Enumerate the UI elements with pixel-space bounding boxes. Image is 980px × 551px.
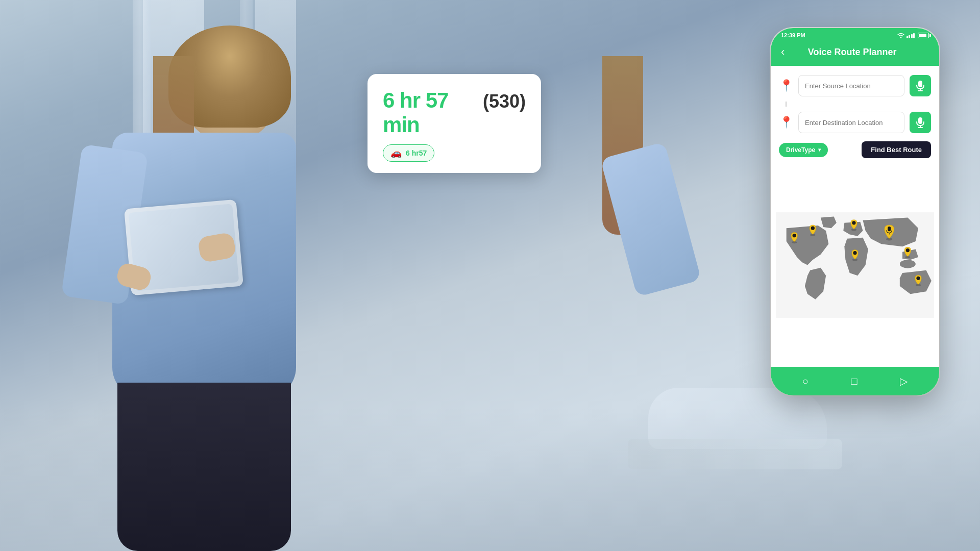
battery-icon — [918, 33, 929, 38]
svg-point-16 — [886, 238, 892, 240]
route-connector — [786, 102, 787, 107]
phone-mockup: 12:39 PM — [771, 28, 939, 395]
search-section: 📍 — [771, 66, 939, 139]
svg-point-11 — [810, 234, 815, 236]
svg-point-9 — [792, 241, 797, 243]
back-button[interactable]: ‹ — [781, 45, 785, 59]
svg-point-19 — [906, 248, 910, 252]
phone-bottom-nav: ○ □ ▷ — [771, 367, 939, 395]
find-route-button[interactable]: Find Best Route — [862, 141, 931, 158]
chevron-down-icon: ▾ — [818, 147, 821, 153]
status-icons — [897, 32, 929, 38]
signal-icon — [906, 32, 915, 38]
svg-rect-0 — [918, 81, 922, 87]
svg-point-10 — [811, 227, 815, 230]
duration-time: 6 hr 57 min — [383, 88, 478, 137]
nav-home-icon[interactable]: ○ — [802, 375, 808, 387]
world-map-svg — [776, 168, 934, 362]
svg-point-22 — [916, 284, 921, 286]
phone-header: ‹ Voice Route Planner — [781, 41, 929, 66]
svg-point-7 — [900, 260, 916, 268]
source-input[interactable] — [798, 75, 904, 96]
find-route-label: Find Best Route — [871, 146, 922, 154]
phone-body: 📍 — [771, 66, 939, 367]
duration-badge: 🚗 6 hr57 — [383, 144, 434, 162]
source-row: 📍 — [779, 75, 931, 96]
svg-point-21 — [916, 277, 920, 280]
red-pin-icon: 📍 — [779, 79, 793, 92]
destination-mic-icon — [916, 117, 925, 128]
car-icon: 🚗 — [390, 147, 402, 159]
gray-pin-icon: 📍 — [779, 116, 793, 129]
drive-type-label: DriveType — [786, 146, 815, 154]
status-bar: 12:39 PM — [781, 32, 929, 38]
destination-pin-icon: 📍 — [779, 115, 793, 130]
wifi-icon — [897, 32, 904, 38]
drive-type-button[interactable]: DriveType ▾ — [779, 143, 828, 157]
nav-back-icon[interactable]: ▷ — [900, 375, 908, 387]
svg-rect-3 — [918, 117, 922, 124]
destination-input[interactable] — [798, 112, 904, 133]
source-pin-icon: 📍 — [779, 79, 793, 93]
badge-time: 6 hr57 — [406, 149, 427, 157]
duration-miles: (530) — [483, 91, 526, 112]
svg-point-17 — [853, 251, 856, 255]
world-map-container — [776, 168, 934, 362]
source-mic-button[interactable] — [910, 75, 931, 96]
svg-rect-14 — [888, 227, 891, 231]
destination-mic-button[interactable] — [910, 112, 931, 133]
nav-square-icon[interactable]: □ — [851, 375, 857, 387]
controls-row: DriveType ▾ Find Best Route — [771, 139, 939, 163]
status-time: 12:39 PM — [781, 32, 805, 38]
mic-icon — [916, 80, 925, 91]
svg-point-8 — [793, 234, 796, 237]
phone-top-bar: 12:39 PM — [771, 28, 939, 66]
svg-point-13 — [851, 229, 856, 231]
destination-row: 📍 — [779, 112, 931, 133]
duration-card: 6 hr 57 min (530) 🚗 6 hr57 — [368, 74, 541, 173]
phone-title: Voice Route Planner — [791, 47, 914, 58]
map-area — [771, 163, 939, 367]
svg-point-20 — [905, 256, 910, 258]
svg-point-12 — [852, 221, 855, 224]
svg-point-18 — [852, 259, 857, 261]
